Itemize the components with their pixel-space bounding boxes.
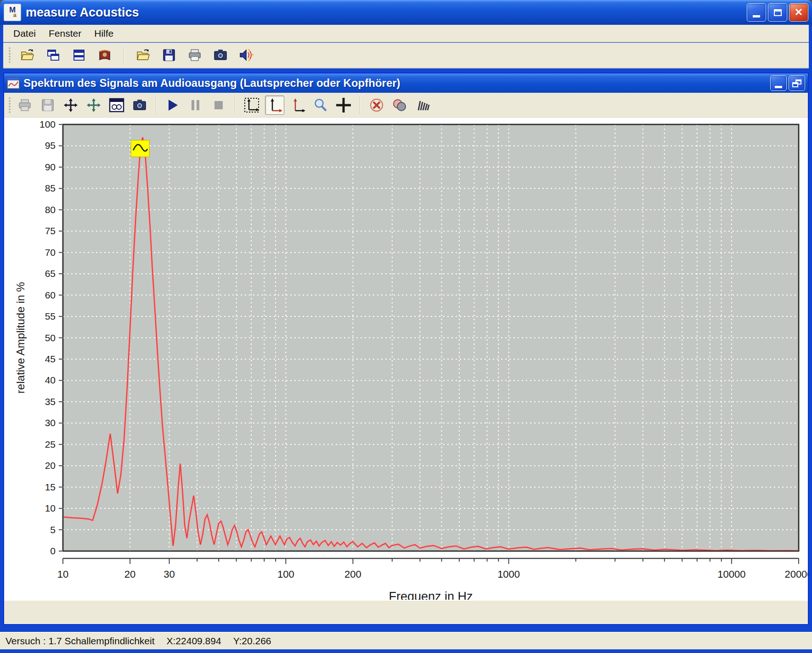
close-icon: ✕ (795, 6, 803, 18)
minimize-icon (775, 86, 782, 88)
svg-text:20000: 20000 (784, 569, 808, 580)
print-chart-button[interactable] (15, 96, 34, 115)
title-bar[interactable]: Ma measure Acoustics ✕ (0, 0, 812, 25)
chart-panel[interactable]: 0510152025303540455055606570758085909510… (4, 118, 808, 600)
application-window: Ma measure Acoustics ✕ Datei Fenster Hil… (0, 0, 812, 653)
svg-text:100: 100 (39, 119, 56, 129)
maximize-button[interactable] (768, 3, 787, 22)
svg-text:90: 90 (45, 162, 56, 172)
svg-text:75: 75 (45, 225, 56, 236)
stop-icon (212, 98, 226, 112)
spectrum-toolbar (4, 93, 808, 118)
chart-settings-button[interactable] (107, 96, 126, 115)
svg-text:30: 30 (164, 569, 175, 580)
x-axis-title: Frequenz in Hz (389, 590, 473, 600)
svg-text:10: 10 (57, 569, 68, 580)
menu-datei[interactable]: Datei (7, 26, 42, 41)
menu-fenster[interactable]: Fenster (42, 26, 88, 41)
save-button[interactable] (159, 45, 179, 65)
svg-text:85: 85 (45, 183, 56, 193)
menu-hilfe[interactable]: Hilfe (88, 26, 120, 41)
windows-list-icon (72, 48, 86, 62)
camera-button[interactable] (211, 45, 230, 65)
chart-window-icon (109, 98, 124, 113)
maximize-icon (774, 9, 782, 16)
help-button[interactable] (95, 45, 114, 65)
svg-text:0: 0 (50, 546, 56, 556)
svg-text:80: 80 (45, 204, 56, 215)
windows-cascade-icon (46, 48, 61, 62)
pause-button[interactable] (186, 96, 205, 115)
comb-icon (415, 97, 430, 113)
toolbar-separator (235, 96, 236, 114)
svg-text:20: 20 (45, 460, 56, 471)
axes-autoscale-icon (266, 97, 283, 113)
open-file-button[interactable] (134, 45, 153, 65)
printer-icon (17, 98, 32, 113)
status-experiment: Versuch : 1.7 Schallempfindlichkeit (6, 636, 155, 647)
app-icon: Ma (4, 4, 21, 21)
spectrum-restore-button[interactable] (789, 75, 805, 91)
close-button[interactable]: ✕ (789, 3, 808, 22)
help-book-icon (97, 48, 112, 62)
main-toolbar (3, 43, 809, 68)
camera-icon (132, 98, 147, 113)
spectrum-title-bar[interactable]: Spektrum des Signals am Audioausgang (La… (4, 73, 808, 93)
play-button[interactable] (163, 96, 182, 115)
spectrum-chart[interactable]: 0510152025303540455055606570758085909510… (4, 118, 808, 600)
toolbar-grip (9, 47, 11, 63)
sound-button[interactable] (237, 45, 256, 65)
overlapping-circles-icon (392, 97, 407, 113)
print-button[interactable] (185, 45, 204, 65)
minimize-icon (753, 15, 760, 17)
app-title: measure Acoustics (26, 6, 139, 20)
cascade-windows-button[interactable] (44, 45, 63, 65)
save-floppy-icon (40, 98, 55, 113)
axes-manual-icon (289, 97, 306, 113)
status-y-value: Y:20.266 (233, 636, 271, 647)
compare-curves-button[interactable] (390, 96, 409, 115)
move-curve-button[interactable] (61, 96, 80, 115)
svg-text:50: 50 (45, 332, 56, 343)
crosshair-button[interactable] (334, 96, 353, 115)
move-axes-button[interactable] (84, 96, 103, 115)
zoom-button[interactable] (311, 96, 330, 115)
svg-text:10: 10 (45, 503, 56, 513)
spectrum-bars-button[interactable] (413, 96, 432, 115)
curve-marker[interactable] (131, 140, 149, 157)
minimize-button[interactable] (747, 3, 766, 22)
stop-button[interactable] (209, 96, 228, 115)
svg-text:20: 20 (124, 569, 135, 580)
zoom-box-axes-icon (243, 97, 260, 113)
spectrum-bottom-panel (4, 600, 808, 623)
restore-icon (792, 79, 801, 87)
save-floppy-icon (162, 48, 176, 62)
camera-icon (213, 48, 228, 62)
open-folder-button[interactable] (18, 45, 37, 65)
save-chart-button[interactable] (38, 96, 57, 115)
crosshair-icon (335, 97, 352, 113)
zoom-region-button[interactable] (242, 96, 261, 115)
status-x-value: X:22409.894 (167, 636, 221, 647)
delete-curve-button[interactable] (367, 96, 386, 115)
toolbar-separator (360, 96, 361, 114)
svg-text:65: 65 (45, 268, 56, 279)
manual-scale-button[interactable] (288, 96, 307, 115)
printer-icon (187, 48, 202, 62)
spectrum-minimize-button[interactable] (770, 75, 787, 91)
y-axis-title: relative Amplitude in % (14, 282, 27, 394)
svg-text:60: 60 (45, 290, 56, 300)
status-bar: Versuch : 1.7 Schallempfindlichkeit X:22… (0, 632, 812, 649)
spectrum-title: Spektrum des Signals am Audioausgang (La… (23, 77, 400, 90)
open-folder-icon (20, 48, 35, 62)
svg-text:200: 200 (344, 569, 361, 580)
tile-windows-button[interactable] (69, 45, 89, 65)
svg-text:30: 30 (45, 417, 56, 428)
svg-text:25: 25 (45, 439, 56, 450)
svg-text:45: 45 (45, 354, 56, 364)
toolbar-grip (9, 97, 11, 113)
svg-text:10000: 10000 (717, 569, 745, 580)
svg-text:55: 55 (45, 311, 56, 321)
autoscale-button[interactable] (265, 96, 284, 115)
snapshot-button[interactable] (130, 96, 149, 115)
